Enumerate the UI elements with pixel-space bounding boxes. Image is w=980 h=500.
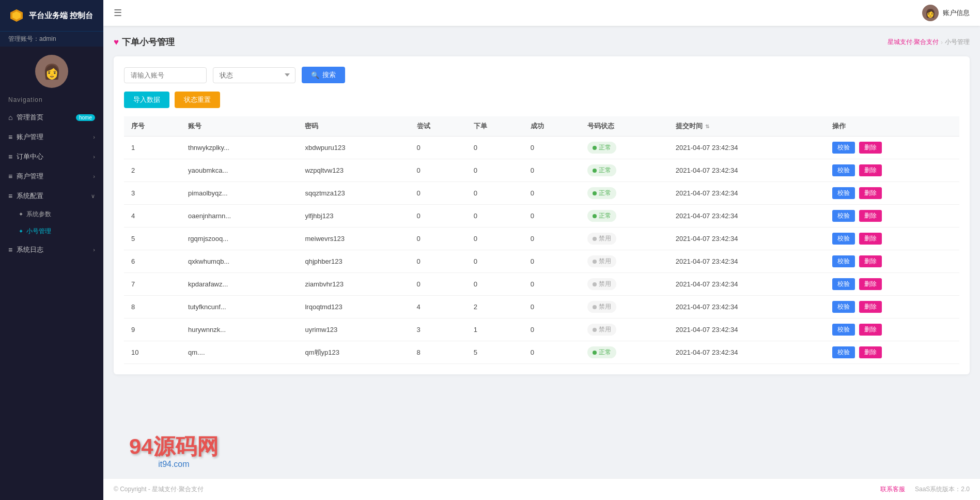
check-button[interactable]: 校验	[832, 233, 855, 245]
admin-label: 管理账号：admin	[0, 32, 103, 47]
delete-button[interactable]: 删除	[859, 324, 882, 336]
status-badge[interactable]: 禁用	[587, 278, 616, 290]
cell-time: 2021-04-07 23:42:34	[668, 273, 825, 296]
sysparams-icon: ✦	[19, 211, 23, 218]
nav-title: Navigation	[0, 92, 103, 108]
status-badge[interactable]: 正常	[587, 164, 616, 176]
breadcrumb-current: 小号管理	[945, 38, 970, 47]
cell-status: 正常	[580, 137, 668, 159]
sidebar-item-home[interactable]: ⌂ 管理首页 home	[0, 108, 103, 127]
cell-account: oaenjnharnn...	[181, 205, 298, 228]
status-badge[interactable]: 禁用	[587, 324, 616, 336]
cell-success: 0	[523, 137, 580, 159]
check-button[interactable]: 校验	[832, 278, 855, 290]
account-arrow: ›	[93, 134, 95, 140]
footer-service[interactable]: 联系客服	[880, 486, 905, 493]
breadcrumb: 星城支付·聚合支付 › 小号管理	[888, 38, 970, 47]
table-row: 7 kpdarafawz... ziambvhr123 0 0 0 禁用 202…	[124, 273, 959, 296]
cell-password: lrqoqtmd123	[298, 296, 409, 319]
menu-toggle-icon[interactable]: ☰	[114, 7, 122, 19]
status-select[interactable]: 状态 正常 禁用	[213, 67, 295, 83]
check-button[interactable]: 校验	[832, 255, 855, 267]
reset-button[interactable]: 状态重置	[175, 92, 220, 108]
cell-password: ylfjhbj123	[298, 205, 409, 228]
cell-order: 0	[466, 205, 523, 228]
subaccount-label: 小号管理	[26, 227, 51, 236]
data-table: 序号 账号 密码 尝试 下单 成功 号码状态 提交时间 ⇅ 操作 1	[124, 116, 959, 364]
status-badge[interactable]: 正常	[587, 210, 616, 222]
breadcrumb-link1[interactable]: 星城支付·聚合支付	[888, 38, 939, 47]
check-button[interactable]: 校验	[832, 346, 855, 358]
cell-password: xbdwpuru123	[298, 137, 409, 159]
sidebar-item-syslog[interactable]: ≡ 系统日志 ›	[0, 240, 103, 260]
search-icon: 🔍	[311, 71, 319, 79]
cell-order: 0	[466, 273, 523, 296]
delete-button[interactable]: 删除	[859, 210, 882, 222]
delete-button[interactable]: 删除	[859, 301, 882, 313]
delete-button[interactable]: 删除	[859, 187, 882, 199]
sidebar-item-merchant[interactable]: ≡ 商户管理 ›	[0, 166, 103, 186]
cell-actions: 校验 删除	[825, 159, 959, 182]
check-button[interactable]: 校验	[832, 164, 855, 176]
status-dot	[593, 169, 597, 173]
status-badge[interactable]: 正常	[587, 187, 616, 199]
cell-id: 10	[124, 341, 181, 364]
cell-account: pimaolbyqz...	[181, 182, 298, 205]
cell-order: 0	[466, 228, 523, 250]
merchant-icon: ≡	[8, 172, 12, 180]
status-badge[interactable]: 正常	[587, 142, 616, 154]
cell-order: 0	[466, 137, 523, 159]
cell-actions: 校验 删除	[825, 319, 959, 341]
title-icon: ♥	[114, 37, 119, 48]
order-label: 订单中心	[17, 152, 43, 161]
table-row: 4 oaenjnharnn... ylfjhbj123 0 0 0 正常 202…	[124, 205, 959, 228]
check-button[interactable]: 校验	[832, 210, 855, 222]
content-area: ♥ 下单小号管理 星城支付·聚合支付 › 小号管理 状态 正常 禁用 🔍	[103, 26, 980, 478]
status-dot	[593, 191, 597, 195]
check-button[interactable]: 校验	[832, 187, 855, 199]
title-text: 下单小号管理	[122, 36, 175, 48]
cell-time: 2021-04-07 23:42:34	[668, 182, 825, 205]
topbar: ☰ 👩 账户信息	[103, 0, 980, 26]
table-header-row: 序号 账号 密码 尝试 下单 成功 号码状态 提交时间 ⇅ 操作	[124, 116, 959, 137]
sidebar-item-account[interactable]: ≡ 账户管理 ›	[0, 127, 103, 147]
cell-id: 8	[124, 296, 181, 319]
delete-button[interactable]: 删除	[859, 346, 882, 358]
sidebar-sub-sysparams[interactable]: ✦ 系统参数	[0, 206, 103, 223]
delete-button[interactable]: 删除	[859, 255, 882, 267]
sysconfig-icon: ≡	[8, 192, 12, 200]
sidebar-item-sysconfig[interactable]: ≡ 系统配置 ∨	[0, 186, 103, 206]
status-badge[interactable]: 禁用	[587, 301, 616, 313]
status-badge[interactable]: 正常	[587, 346, 616, 358]
status-badge[interactable]: 禁用	[587, 233, 616, 245]
import-button[interactable]: 导入数据	[124, 92, 169, 108]
search-button[interactable]: 🔍 搜索	[302, 67, 345, 83]
cell-success: 0	[523, 319, 580, 341]
col-account: 账号	[181, 116, 298, 137]
delete-button[interactable]: 删除	[859, 164, 882, 176]
cell-try: 8	[410, 341, 466, 364]
check-button[interactable]: 校验	[832, 324, 855, 336]
cell-order: 0	[466, 159, 523, 182]
cell-account: tutyfkncunf...	[181, 296, 298, 319]
page-header: ♥ 下单小号管理 星城支付·聚合支付 › 小号管理	[114, 36, 970, 48]
cell-success: 0	[523, 250, 580, 273]
topbar-user[interactable]: 👩 账户信息	[922, 5, 970, 21]
delete-button[interactable]: 删除	[859, 278, 882, 290]
cell-account: thnwykzplky...	[181, 137, 298, 159]
col-success: 成功	[523, 116, 580, 137]
table-row: 3 pimaolbyqz... sqqztmza123 0 0 0 正常 202…	[124, 182, 959, 205]
cell-try: 0	[410, 205, 466, 228]
sidebar-sub-subaccount[interactable]: ✦ 小号管理	[0, 223, 103, 240]
status-badge[interactable]: 禁用	[587, 255, 616, 267]
cell-order: 1	[466, 319, 523, 341]
merchant-label: 商户管理	[17, 172, 43, 181]
check-button[interactable]: 校验	[832, 301, 855, 313]
cell-id: 6	[124, 250, 181, 273]
table-wrap: 序号 账号 密码 尝试 下单 成功 号码状态 提交时间 ⇅ 操作 1	[124, 116, 959, 364]
delete-button[interactable]: 删除	[859, 233, 882, 245]
search-input[interactable]	[124, 67, 207, 83]
sidebar-item-order[interactable]: ≡ 订单中心 ›	[0, 147, 103, 166]
delete-button[interactable]: 删除	[859, 142, 882, 154]
check-button[interactable]: 校验	[832, 142, 855, 154]
